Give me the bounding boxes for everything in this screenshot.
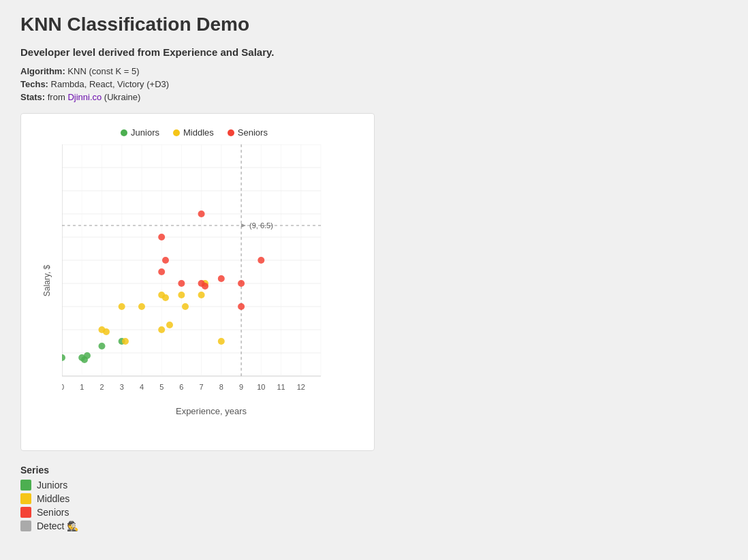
svg-point-79 — [202, 283, 208, 290]
algorithm-value-text: KNN (const K = 5) — [67, 66, 139, 76]
svg-point-54 — [62, 354, 65, 361]
stats-line: Stats: from Djinni.co (Ukraine) — [20, 92, 728, 102]
legend-dot-seniors — [228, 129, 234, 136]
legend-item-juniors: Juniors — [121, 127, 159, 138]
stats-label: Stats: — [20, 92, 45, 102]
svg-text:0: 0 — [62, 383, 64, 391]
svg-point-71 — [198, 292, 205, 298]
svg-marker-52 — [241, 223, 246, 228]
series-label-seniors: Seniors — [37, 507, 69, 518]
svg-point-83 — [238, 303, 245, 310]
svg-point-57 — [84, 352, 91, 359]
svg-text:6: 6 — [179, 383, 183, 391]
legend-item-middles: Middles — [173, 127, 214, 138]
series-item-detect: Detect 🕵️ — [20, 520, 728, 531]
series-color-juniors — [20, 480, 31, 491]
chart-container: Juniors Middles Seniors Salary, $ — [20, 113, 375, 451]
series-label-juniors: Juniors — [37, 480, 67, 491]
svg-text:3: 3 — [120, 383, 124, 391]
series-title: Series — [20, 465, 728, 476]
svg-point-74 — [158, 234, 165, 240]
svg-point-64 — [138, 303, 145, 310]
series-item-middles: Middles — [20, 493, 728, 504]
subtitle: Developer level derived from Experience … — [20, 46, 728, 58]
stats-prefix: from — [48, 92, 68, 102]
svg-text:4: 4 — [140, 383, 144, 391]
legend-label-juniors: Juniors — [131, 127, 159, 138]
svg-point-80 — [198, 211, 205, 217]
chart-area: Salary, $ — [62, 144, 360, 416]
x-axis-label: Experience, years — [62, 406, 360, 416]
svg-point-63 — [122, 338, 129, 345]
svg-point-84 — [258, 257, 264, 264]
svg-point-61 — [103, 328, 110, 335]
svg-point-81 — [218, 275, 225, 282]
series-color-detect — [20, 520, 31, 531]
series-label-detect: Detect 🕵️ — [37, 520, 78, 531]
series-item-juniors: Juniors — [20, 480, 728, 491]
legend-item-seniors: Seniors — [228, 127, 268, 138]
algorithm-label: Algorithm: — [20, 66, 65, 76]
svg-text:8: 8 — [219, 383, 223, 391]
series-label-middles: Middles — [37, 493, 69, 504]
svg-point-66 — [162, 294, 169, 301]
series-item-seniors: Seniors — [20, 507, 728, 518]
legend-dot-middles — [173, 129, 180, 136]
svg-point-67 — [166, 322, 173, 328]
chart-svg[interactable]: 0k 1k 2k 3k 4k 5k 6k 7k 8k 9k 10k 0 1 2 … — [62, 144, 355, 403]
svg-text:2: 2 — [99, 383, 104, 391]
series-section: Series Juniors Middles Seniors Detect 🕵️ — [20, 465, 728, 531]
svg-point-82 — [238, 280, 245, 287]
svg-point-68 — [158, 326, 165, 333]
svg-text:5: 5 — [159, 383, 163, 391]
svg-text:12: 12 — [297, 383, 305, 391]
svg-point-77 — [178, 280, 185, 287]
legend-label-seniors: Seniors — [238, 127, 268, 138]
legend-dot-juniors — [121, 129, 127, 136]
svg-text:9: 9 — [239, 383, 243, 391]
techs-value-text: Rambda, React, Victory (+D3) — [51, 79, 170, 89]
svg-point-73 — [218, 338, 225, 345]
page-title: KNN Classification Demo — [20, 14, 728, 35]
svg-point-58 — [99, 343, 106, 349]
svg-text:1: 1 — [80, 383, 84, 391]
stats-suffix-text: (Ukraine) — [104, 92, 140, 102]
techs-label: Techs: — [20, 79, 48, 89]
svg-point-70 — [182, 303, 189, 310]
techs-line: Techs: Rambda, React, Victory (+D3) — [20, 79, 728, 89]
chart-legend: Juniors Middles Seniors — [28, 127, 360, 138]
legend-label-middles: Middles — [183, 127, 214, 138]
svg-point-62 — [119, 303, 125, 310]
y-axis-label: Salary, $ — [42, 264, 52, 296]
svg-point-76 — [158, 268, 165, 275]
svg-text:11: 11 — [277, 383, 285, 391]
series-color-middles — [20, 493, 31, 504]
svg-text:(9, 6.5): (9, 6.5) — [249, 221, 273, 230]
svg-text:7: 7 — [200, 383, 204, 391]
algorithm-line: Algorithm: KNN (const K = 5) — [20, 66, 728, 76]
svg-point-75 — [162, 257, 169, 264]
svg-text:10: 10 — [257, 383, 265, 391]
svg-point-69 — [178, 292, 185, 298]
stats-link[interactable]: Djinni.co — [67, 92, 102, 102]
series-color-seniors — [20, 507, 31, 518]
